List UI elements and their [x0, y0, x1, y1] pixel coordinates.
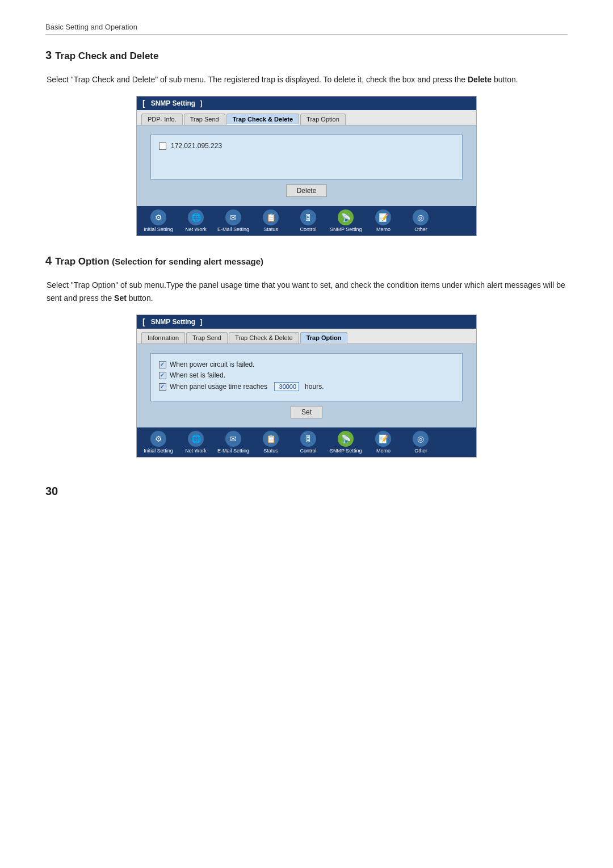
nav2-other-icon: ◎ [413, 431, 429, 447]
nav2-memo-label: Memo [376, 448, 391, 454]
nav1-status-label: Status [263, 227, 278, 232]
nav1-memo-icon: 📝 [375, 209, 391, 225]
nav1-network-icon: 🌐 [188, 209, 204, 225]
nav1-control-icon: 🎛 [300, 209, 316, 225]
nav2-snmp-setting[interactable]: 📡 SNMP Setting [328, 430, 364, 455]
nav2-email-setting[interactable]: ✉ E-Mail Setting [215, 430, 251, 455]
nav1-memo[interactable]: 📝 Memo [365, 208, 401, 233]
section4-body-text2: button. [127, 293, 153, 303]
tab2-trap-send[interactable]: Trap Send [186, 332, 228, 343]
section4-bold: Set [114, 293, 127, 303]
panel2-content-area: When power circuit is failed. When set i… [137, 344, 476, 427]
nav1-email-setting[interactable]: ✉ E-Mail Setting [215, 208, 251, 233]
nav2-snmp-setting-icon: 📡 [338, 431, 354, 447]
hours-suffix: hours. [305, 383, 324, 391]
nav2-memo[interactable]: 📝 Memo [365, 430, 401, 455]
header-text: Basic Setting and Operation [45, 23, 137, 31]
option-checkbox-1[interactable] [159, 361, 166, 368]
nav1-snmp-setting-icon: 📡 [338, 209, 354, 225]
panel2-title: SNMP Setting [151, 318, 195, 326]
option-label-1: When power circuit is failed. [170, 360, 254, 368]
nav2-initial-setting[interactable]: ⚙ Initial Setting [140, 430, 177, 455]
nav2-snmp-setting-label: SNMP Setting [330, 448, 362, 454]
nav1-other-label: Other [414, 227, 427, 232]
tab1-trap-option[interactable]: Trap Option [300, 114, 346, 125]
tab2-information[interactable]: Information [141, 332, 185, 343]
panel1-bracket-close: ] [200, 99, 202, 107]
option-row-3: When panel usage time reaches hours. [159, 382, 454, 391]
option-row-2: When set is failed. [159, 371, 454, 379]
nav2-status-label: Status [263, 448, 278, 454]
nav2-control[interactable]: 🎛 Control [290, 430, 326, 455]
nav1-email-setting-label: E-Mail Setting [217, 227, 249, 232]
snmp-panel-2: [ SNMP Setting ] Information Trap Send T… [136, 315, 477, 458]
ip-entry-row: 172.021.095.223 [159, 142, 454, 150]
section3-header: 3 Trap Check and Delete [45, 49, 568, 68]
nav1-memo-label: Memo [376, 227, 391, 232]
nav1-network[interactable]: 🌐 Net Work [178, 208, 214, 233]
section4-title: Trap Option (Selection for sending alert… [55, 256, 263, 267]
nav2-status[interactable]: 📋 Status [253, 430, 289, 455]
panel2-bracket-close: ] [200, 318, 202, 326]
panel2-wrapper: [ SNMP Setting ] Information Trap Send T… [45, 315, 568, 458]
option-checkbox-2[interactable] [159, 372, 166, 379]
nav1-snmp-setting[interactable]: 📡 SNMP Setting [328, 208, 364, 233]
delete-button[interactable]: Delete [286, 184, 328, 197]
panel2-bracket: [ [142, 317, 145, 326]
panel2-nav-bar: ⚙ Initial Setting 🌐 Net Work ✉ E-Mail Se… [137, 427, 476, 457]
set-button[interactable]: Set [291, 406, 322, 418]
nav1-initial-setting[interactable]: ⚙ Initial Setting [140, 208, 177, 233]
nav1-status[interactable]: 📋 Status [253, 208, 289, 233]
nav1-email-setting-icon: ✉ [225, 209, 241, 225]
nav1-snmp-setting-label: SNMP Setting [330, 227, 362, 232]
section3-title: Trap Check and Delete [55, 51, 158, 62]
panel1-content-area: 172.021.095.223 Delete [137, 125, 476, 206]
nav2-initial-setting-icon: ⚙ [150, 431, 166, 447]
nav2-email-setting-icon: ✉ [225, 431, 241, 447]
nav2-control-label: Control [300, 448, 317, 454]
section4-number: 4 [45, 254, 52, 267]
nav2-email-setting-label: E-Mail Setting [217, 448, 249, 454]
nav2-initial-setting-label: Initial Setting [144, 448, 173, 454]
ip-checkbox[interactable] [159, 142, 166, 150]
nav1-status-icon: 📋 [263, 209, 279, 225]
ip-address: 172.021.095.223 [171, 142, 222, 150]
section3-number: 3 [45, 49, 52, 62]
nav1-other-icon: ◎ [413, 209, 429, 225]
tab1-trap-check-delete[interactable]: Trap Check & Delete [226, 114, 299, 125]
panel1-title: SNMP Setting [151, 99, 195, 107]
nav1-other[interactable]: ◎ Other [402, 208, 439, 233]
nav2-memo-icon: 📝 [375, 431, 391, 447]
option-row-1: When power circuit is failed. [159, 360, 454, 368]
section3-body: Select "Trap Check and Delete" of sub me… [47, 73, 568, 86]
tab1-pdp-info[interactable]: PDP- Info. [141, 114, 183, 125]
nav2-network[interactable]: 🌐 Net Work [178, 430, 214, 455]
panel2-content-inner: When power circuit is failed. When set i… [150, 353, 463, 401]
section3-body-text1: Select "Trap Check and Delete" of sub me… [47, 75, 468, 84]
nav2-other[interactable]: ◎ Other [402, 430, 439, 455]
nav2-network-icon: 🌐 [188, 431, 204, 447]
nav1-control[interactable]: 🎛 Control [290, 208, 326, 233]
option-checkbox-3[interactable] [159, 383, 166, 391]
section4-body: Select "Trap Option" of sub menu.Type th… [47, 279, 568, 304]
tab1-trap-send[interactable]: Trap Send [184, 114, 225, 125]
panel1-wrapper: [ SNMP Setting ] PDP- Info. Trap Send Tr… [45, 96, 568, 236]
page-header: Basic Setting and Operation [45, 23, 568, 35]
nav2-other-label: Other [414, 448, 427, 454]
nav2-status-icon: 📋 [263, 431, 279, 447]
panel1-header: [ SNMP Setting ] [137, 97, 476, 110]
panel1-footer: Delete [150, 180, 463, 200]
panel2-tab-bar: Information Trap Send Trap Check & Delet… [137, 329, 476, 344]
nav2-network-label: Net Work [185, 448, 206, 454]
option-label-3: When panel usage time reaches [170, 383, 267, 391]
section3-body-text2: button. [492, 75, 518, 84]
panel2-footer: Set [150, 401, 463, 422]
tab2-trap-option[interactable]: Trap Option [300, 332, 348, 343]
hours-input[interactable] [274, 382, 299, 391]
snmp-panel-1: [ SNMP Setting ] PDP- Info. Trap Send Tr… [136, 96, 477, 236]
tab2-trap-check-delete[interactable]: Trap Check & Delete [229, 332, 299, 343]
section3-bold: Delete [468, 75, 492, 84]
nav2-control-icon: 🎛 [300, 431, 316, 447]
panel1-tab-bar: PDP- Info. Trap Send Trap Check & Delete… [137, 110, 476, 125]
page-number: 30 [45, 485, 568, 498]
